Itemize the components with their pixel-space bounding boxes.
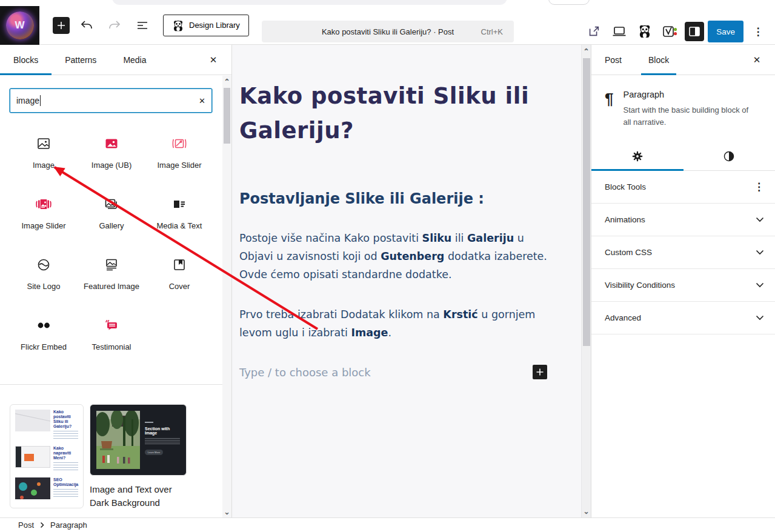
pattern-card-body: Section with Image Learn More <box>145 411 180 469</box>
pattern-caption: Image and Text over Dark Background <box>90 483 187 510</box>
block-item-image-slider[interactable]: Image Slider <box>145 127 213 188</box>
styles-contrast-icon <box>722 150 736 163</box>
design-library-button[interactable]: Design Library <box>163 15 249 36</box>
chevron-down-icon <box>756 315 764 321</box>
block-item-image[interactable]: Image <box>10 127 78 188</box>
block-label: Image <box>33 160 55 170</box>
site-logo-button[interactable]: W <box>0 6 39 45</box>
scroll-up-icon[interactable] <box>582 47 591 56</box>
tab-blocks[interactable]: Blocks <box>0 45 52 75</box>
block-item-flickr-embed[interactable]: Flickr Embed <box>10 309 78 370</box>
site-logo-image: W <box>6 12 34 39</box>
block-label: Testimonial <box>91 342 131 352</box>
tab-post[interactable]: Post <box>591 45 635 75</box>
chevron-down-icon <box>756 250 764 255</box>
redo-button[interactable] <box>104 15 125 36</box>
image-icon <box>36 136 51 151</box>
topbar-left-tools: Design Library <box>39 15 256 36</box>
section-visibility-conditions[interactable]: Visibility Conditions <box>591 269 775 302</box>
canvas-scrollbar[interactable] <box>581 45 591 517</box>
view-post-button[interactable] <box>583 21 605 42</box>
browser-address-bar <box>112 0 507 5</box>
command-palette-button[interactable]: Kako postaviti Sliku ili Galeriju? · Pos… <box>262 21 514 42</box>
tab-block[interactable]: Block <box>635 45 682 75</box>
post-section-heading[interactable]: Postavljanje Slike ili Galerije : <box>239 190 547 207</box>
list-view-icon <box>136 20 149 31</box>
pattern-button: Learn More <box>145 450 163 455</box>
scroll-up-icon[interactable] <box>222 77 231 86</box>
tab-media[interactable]: Media <box>110 45 159 75</box>
undo-button[interactable] <box>76 15 98 36</box>
block-item-testimonial[interactable]: Testimonial <box>78 309 145 370</box>
tab-patterns[interactable]: Patterns <box>52 45 110 75</box>
clear-search-button[interactable] <box>199 95 205 106</box>
mini-article-row: Kako napraviti Meni? <box>15 446 78 472</box>
block-results-grid: Image Image (UB) <box>0 121 231 370</box>
section-advanced[interactable]: Advanced <box>591 302 775 334</box>
block-label: Flickr Embed <box>21 342 67 352</box>
options-menu-button[interactable] <box>747 21 769 42</box>
sidebar-panel-icon <box>689 27 700 36</box>
tab-styles[interactable] <box>684 142 775 170</box>
post-title[interactable]: Kako postaviti Sliku ili Galeriju? <box>239 79 547 148</box>
block-item-featured-image[interactable]: Featured Image <box>78 248 145 309</box>
plus-icon <box>56 21 66 30</box>
close-icon <box>199 95 205 105</box>
document-overview-button[interactable] <box>131 15 153 36</box>
save-button[interactable]: Save <box>708 21 743 42</box>
section-block-tools[interactable]: Block Tools <box>591 171 775 204</box>
tab-settings[interactable] <box>591 142 684 170</box>
block-label: Gallery <box>99 221 124 231</box>
block-item-media-text[interactable]: Media & Text <box>145 188 213 248</box>
design-library-label: Design Library <box>189 21 240 30</box>
block-label: Image Slider <box>22 221 66 231</box>
section-custom-css[interactable]: Custom CSS <box>591 236 775 269</box>
mini-article-title: Kako napraviti Meni? <box>53 446 78 461</box>
post-paragraph-1[interactable]: Postoje više načina Kako postaviti Sliku… <box>239 229 547 284</box>
topbar-right-tools: Save <box>583 21 769 42</box>
block-label: Image (UB) <box>91 160 131 170</box>
block-search-input[interactable]: image <box>10 88 212 113</box>
block-inserter-button[interactable] <box>53 17 70 34</box>
block-label: Cover <box>169 281 190 291</box>
panda-avatar-button[interactable] <box>634 21 656 42</box>
scroll-down-icon[interactable] <box>222 507 231 516</box>
breadcrumb-paragraph[interactable]: Paragraph <box>50 520 87 530</box>
command-palette-shortcut: Ctrl+K <box>481 27 503 36</box>
scrollbar-thumb[interactable] <box>224 88 230 144</box>
block-breadcrumb-bar: Post Paragraph <box>0 517 775 532</box>
plus-icon <box>536 368 544 376</box>
preview-device-button[interactable] <box>608 21 630 42</box>
post-paragraph-2[interactable]: Prvo treba izabrati Dodatak klikom na Kr… <box>239 305 547 342</box>
mini-article-title: Kako postaviti Sliku ili Galeriju? <box>53 410 78 429</box>
settings-sidebar-toggle[interactable] <box>685 22 704 41</box>
block-item-image-ub[interactable]: Image (UB) <box>78 127 145 188</box>
block-item-image-slider-2[interactable]: Image Slider <box>10 188 78 248</box>
yoast-seo-button[interactable] <box>659 21 681 42</box>
cover-icon <box>172 257 187 273</box>
yoast-icon <box>662 24 678 39</box>
chevron-down-icon <box>756 282 764 288</box>
pattern-card-blog-list[interactable]: Kako postaviti Sliku ili Galeriju? Kako … <box>10 404 84 508</box>
mini-article-title: SEO Optimizacija <box>53 477 78 487</box>
breadcrumb-post[interactable]: Post <box>18 520 34 530</box>
section-label: Custom CSS <box>605 248 652 257</box>
inserter-close-button[interactable] <box>202 45 224 75</box>
block-item-cover[interactable]: Cover <box>145 248 213 309</box>
pattern-card-image-dark[interactable]: Section with Image Learn More <box>90 404 187 476</box>
media-text-icon <box>172 196 187 212</box>
empty-paragraph-block[interactable]: Type / to choose a block <box>239 365 547 379</box>
scrollbar-thumb[interactable] <box>583 58 590 346</box>
block-item-site-logo[interactable]: Site Logo <box>10 248 78 309</box>
block-label: Site Logo <box>27 281 61 291</box>
settings-styles-tabs <box>591 142 775 171</box>
sidebar-close-button[interactable] <box>746 45 768 75</box>
panda-icon <box>172 19 184 32</box>
left-panel-scrollbar[interactable] <box>222 76 231 517</box>
section-animations[interactable]: Animations <box>591 204 775 236</box>
image-slider-icon <box>171 136 187 151</box>
scroll-down-icon[interactable] <box>582 507 591 516</box>
add-block-button[interactable] <box>533 365 547 379</box>
sidebar-tabs: Post Block <box>591 45 775 75</box>
block-item-gallery[interactable]: Gallery <box>78 188 145 248</box>
